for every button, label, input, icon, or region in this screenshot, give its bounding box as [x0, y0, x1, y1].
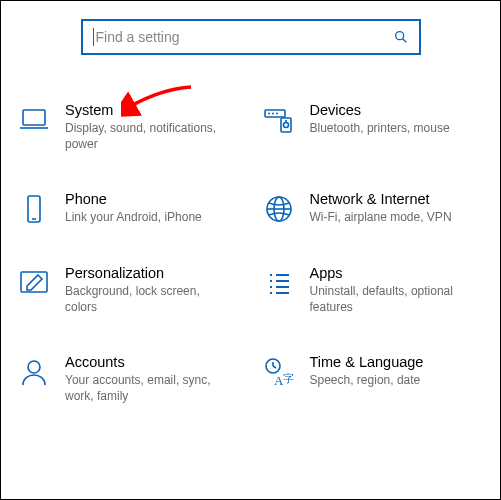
- search-input[interactable]: [96, 29, 393, 45]
- tile-network[interactable]: Network & Internet Wi-Fi, airplane mode,…: [256, 188, 491, 228]
- tile-desc: Display, sound, notifications, power: [65, 120, 235, 152]
- svg-point-25: [28, 361, 40, 373]
- svg-line-1: [402, 39, 406, 43]
- search-icon: [393, 29, 409, 45]
- tile-desc: Bluetooth, printers, mouse: [310, 120, 450, 136]
- svg-rect-2: [23, 110, 45, 125]
- tile-title: Accounts: [65, 353, 235, 372]
- svg-rect-16: [21, 272, 47, 292]
- apps-icon: [262, 266, 296, 300]
- svg-point-9: [283, 123, 288, 128]
- tile-phone[interactable]: Phone Link your Android, iPhone: [11, 188, 246, 228]
- tile-title: Phone: [65, 190, 202, 209]
- tile-apps[interactable]: Apps Uninstall, defaults, optional featu…: [256, 262, 491, 317]
- tile-title: Devices: [310, 101, 450, 120]
- network-icon: [262, 192, 296, 226]
- tile-desc: Uninstall, defaults, optional features: [310, 283, 480, 315]
- tile-desc: Speech, region, date: [310, 372, 424, 388]
- tile-desc: Background, lock screen, colors: [65, 283, 235, 315]
- devices-icon: [262, 103, 296, 137]
- tile-title: Time & Language: [310, 353, 424, 372]
- svg-rect-11: [28, 196, 40, 222]
- tile-desc: Wi-Fi, airplane mode, VPN: [310, 209, 452, 225]
- tile-desc: Your accounts, email, sync, work, family: [65, 372, 235, 404]
- svg-line-28: [273, 366, 276, 368]
- phone-icon: [17, 192, 51, 226]
- tile-title: Personalization: [65, 264, 235, 283]
- person-icon: [17, 355, 51, 389]
- search-box[interactable]: [81, 19, 421, 55]
- tile-accounts[interactable]: Accounts Your accounts, email, sync, wor…: [11, 351, 246, 406]
- svg-text:字: 字: [283, 372, 294, 384]
- clock-lang-icon: A 字: [262, 355, 296, 389]
- tile-system[interactable]: System Display, sound, notifications, po…: [11, 99, 246, 154]
- brush-icon: [17, 266, 51, 300]
- tile-personalization[interactable]: Personalization Background, lock screen,…: [11, 262, 246, 317]
- svg-point-0: [395, 32, 403, 40]
- tile-devices[interactable]: Devices Bluetooth, printers, mouse: [256, 99, 491, 154]
- tile-title: Network & Internet: [310, 190, 452, 209]
- tile-time-language[interactable]: A 字 Time & Language Speech, region, date: [256, 351, 491, 406]
- text-caret: [93, 28, 94, 46]
- laptop-icon: [17, 103, 51, 137]
- tile-title: System: [65, 101, 235, 120]
- tile-desc: Link your Android, iPhone: [65, 209, 202, 225]
- settings-grid: System Display, sound, notifications, po…: [1, 63, 500, 407]
- tile-title: Apps: [310, 264, 480, 283]
